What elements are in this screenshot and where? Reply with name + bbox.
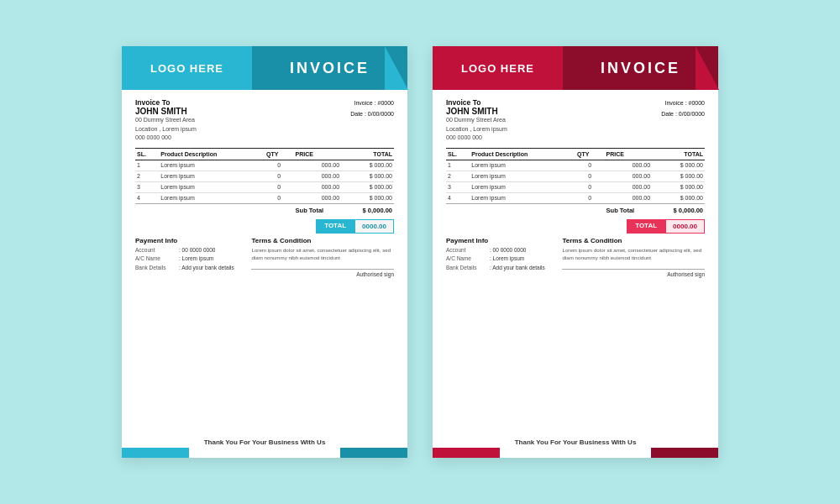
invoice-to-label-red: Invoice To	[446, 98, 507, 107]
th-qty-red: QTY	[575, 148, 605, 160]
total-value-blue: 0000.00	[354, 219, 394, 234]
invoice-title-blue: INVOICE	[290, 60, 370, 77]
terms-title-red: Terms & Condition	[562, 237, 705, 244]
th-qty-blue: QTY	[265, 148, 294, 160]
invoice-number-red: Invoice : #0000	[661, 98, 705, 109]
client-address3-red: 000 0000 000	[446, 134, 507, 143]
th-price-red: PRICE	[605, 148, 653, 160]
footer-text-blue: Thank You For Your Business With Us	[204, 438, 326, 446]
terms-text-red: Lorem ipsum dolor sit amet, consectetuer…	[562, 246, 705, 262]
bottom-section-blue: Payment Info Account : 00 0000 0000 A/C …	[135, 237, 394, 277]
subtotal-value-red: $ 0,000.00	[652, 203, 705, 216]
footer-bar-left-red	[433, 448, 500, 458]
logo-block-blue: LOGO HERE	[122, 46, 252, 90]
terms-title-blue: Terms & Condition	[251, 237, 394, 244]
client-address2-red: Location , Lorem ipsum	[446, 125, 507, 134]
client-address3-blue: 000 0000 000	[135, 134, 197, 143]
terms-section-red: Terms & Condition Lorem ipsum dolor sit …	[562, 237, 705, 277]
payment-info-blue: Payment Info Account : 00 0000 0000 A/C …	[135, 237, 244, 277]
diag-accent-red	[696, 46, 719, 90]
payment-name-blue: A/C Name : Lorem ipsum	[135, 255, 244, 263]
table-row-red-0: 1 Lorem ipsum 0 000.00 $ 000.00	[446, 160, 705, 171]
invoice-body-blue: Invoice To JOHN SMITH 00 Dummy Street Ar…	[122, 90, 407, 426]
payment-account-blue: Account : 00 0000 0000	[135, 246, 244, 255]
invoice-blue: LOGO HERE INVOICE Invoice To JOHN SMITH …	[122, 46, 407, 458]
total-label-blue: TOTAL	[316, 219, 354, 234]
subtotal-label-blue	[135, 203, 294, 216]
table-row-blue-0: 1 Lorem ipsum 0 000.00 $ 000.00	[135, 160, 394, 171]
footer-text-red: Thank You For Your Business With Us	[515, 438, 637, 446]
terms-section-blue: Terms & Condition Lorem ipsum dolor sit …	[251, 237, 394, 277]
payment-account-red: Account : 00 0000 0000	[446, 246, 555, 255]
client-address2-blue: Location , Lorem ipsum	[135, 125, 197, 134]
table-row-red-1: 2 Lorem ipsum 0 000.00 $ 000.00	[446, 171, 705, 181]
payment-bank-red: Bank Details : Add your bank details	[446, 264, 555, 272]
logo-text-blue: LOGO HERE	[150, 62, 223, 75]
th-total-blue: TOTAL	[341, 148, 394, 160]
client-name-red: JOHN SMITH	[446, 107, 507, 116]
invoice-body-red: Invoice To JOHN SMITH 00 Dummy Street Ar…	[433, 90, 718, 426]
client-name-blue: JOHN SMITH	[135, 107, 197, 116]
invoice-table-red: SL. Product Description QTY PRICE TOTAL …	[446, 148, 705, 217]
logo-block-red: LOGO HERE	[433, 46, 563, 90]
logo-text-red: LOGO HERE	[461, 62, 534, 75]
invoice-header-red: LOGO HERE INVOICE	[433, 46, 718, 90]
table-row-blue-3: 4 Lorem ipsum 0 000.00 $ 000.00	[135, 192, 394, 203]
invoice-to-section-blue: Invoice To JOHN SMITH 00 Dummy Street Ar…	[135, 98, 394, 143]
bottom-section-red: Payment Info Account : 00 0000 0000 A/C …	[446, 237, 705, 277]
invoice-to-left-red: Invoice To JOHN SMITH 00 Dummy Street Ar…	[446, 98, 507, 143]
table-row-blue-1: 2 Lorem ipsum 0 000.00 $ 000.00	[135, 171, 394, 181]
payment-title-blue: Payment Info	[135, 237, 244, 244]
invoice-footer-red: Thank You For Your Business With Us	[433, 426, 718, 458]
invoice-title-red: INVOICE	[601, 60, 680, 77]
invoice-meta-red: Invoice : #0000 Date : 0/00/0000	[661, 98, 705, 143]
subtotal-value-blue: $ 0,000.00	[341, 203, 394, 216]
client-address1-red: 00 Dummy Street Area	[446, 116, 507, 125]
total-row-red: TOTAL 0000.00	[446, 219, 705, 234]
table-row-red-2: 3 Lorem ipsum 0 000.00 $ 000.00	[446, 181, 705, 192]
client-address1-blue: 00 Dummy Street Area	[135, 116, 197, 125]
subtotal-label-text-red: Sub Total	[605, 203, 653, 216]
payment-info-red: Payment Info Account : 00 0000 0000 A/C …	[446, 237, 555, 277]
footer-bar-left-blue	[122, 448, 189, 458]
invoice-meta-blue: Invoice : #0000 Date : 0/00/0000	[350, 98, 394, 143]
footer-bar-right-blue	[340, 448, 407, 458]
subtotal-label-red	[446, 203, 605, 216]
th-price-blue: PRICE	[294, 148, 342, 160]
invoice-to-left-blue: Invoice To JOHN SMITH 00 Dummy Street Ar…	[135, 98, 197, 143]
invoice-date-blue: Date : 0/00/0000	[350, 109, 394, 120]
invoice-to-section-red: Invoice To JOHN SMITH 00 Dummy Street Ar…	[446, 98, 705, 143]
terms-text-blue: Lorem ipsum dolor sit amet, consectetuer…	[251, 246, 394, 262]
table-row-red-3: 4 Lorem ipsum 0 000.00 $ 000.00	[446, 192, 705, 203]
diag-accent-blue	[385, 46, 408, 90]
invoice-red: LOGO HERE INVOICE Invoice To JOHN SMITH …	[433, 46, 718, 458]
payment-name-red: A/C Name : Lorem ipsum	[446, 255, 555, 263]
th-desc-blue: Product Description	[159, 148, 265, 160]
footer-bar-right-red	[651, 448, 718, 458]
invoice-date-red: Date : 0/00/0000	[661, 109, 705, 120]
invoice-footer-blue: Thank You For Your Business With Us	[122, 426, 407, 458]
total-row-blue: TOTAL 0000.00	[135, 219, 394, 234]
invoice-header-blue: LOGO HERE INVOICE	[122, 46, 407, 90]
payment-title-red: Payment Info	[446, 237, 555, 244]
invoice-number-blue: Invoice : #0000	[350, 98, 394, 109]
subtotal-label-text-blue: Sub Total	[294, 203, 342, 216]
auth-sign-red: Authorised sign	[562, 269, 705, 277]
total-label-red: TOTAL	[627, 219, 665, 234]
th-total-red: TOTAL	[652, 148, 705, 160]
th-desc-red: Product Description	[470, 148, 575, 160]
invoice-to-label-blue: Invoice To	[135, 98, 197, 107]
invoice-table-blue: SL. Product Description QTY PRICE TOTAL …	[135, 148, 394, 217]
th-sl-blue: SL.	[135, 148, 159, 160]
auth-sign-blue: Authorised sign	[251, 269, 394, 277]
payment-bank-blue: Bank Details : Add your bank details	[135, 264, 244, 272]
table-row-blue-2: 3 Lorem ipsum 0 000.00 $ 000.00	[135, 181, 394, 192]
total-value-red: 0000.00	[665, 219, 705, 234]
th-sl-red: SL.	[446, 148, 470, 160]
